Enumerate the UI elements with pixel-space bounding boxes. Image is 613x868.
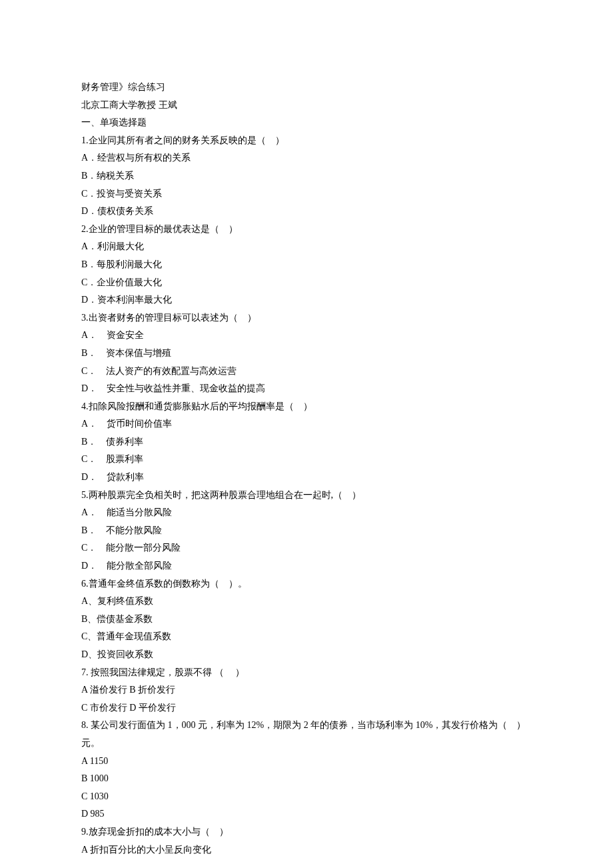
question-option: D． 能分散全部风险 [81,557,532,575]
question-option: A 溢价发行 B 折价发行 [81,681,532,699]
question-option: C．企业价值最大化 [81,274,532,292]
question-option: C、普通年金现值系数 [81,628,532,646]
question-option: C 1030 [81,788,532,806]
question-option: C． 法人资产的有效配置与高效运营 [81,363,532,381]
question-option: C．投资与受资关系 [81,185,532,203]
question-stem: 9.放弃现金折扣的成本大小与（ ） [81,823,532,841]
question-option: A 折扣百分比的大小呈反向变化 [81,841,532,859]
question-option: A、复利终值系数 [81,593,532,611]
question-option: B． 资本保值与增殖 [81,345,532,363]
question-option: A 1150 [81,753,532,771]
question-option: A．经营权与所有权的关系 [81,149,532,167]
question-option: D．资本利润率最大化 [81,291,532,309]
question-option: D． 安全性与收益性并重、现金收益的提高 [81,380,532,398]
doc-subtitle: 北京工商大学教授 王斌 [81,97,532,115]
question-option: A． 资金安全 [81,327,532,345]
question-option: B．每股利润最大化 [81,256,532,274]
question-stem: 5.两种股票完全负相关时，把这两种股票合理地组合在一起时,（ ） [81,487,532,505]
question-option: D． 贷款利率 [81,469,532,487]
question-option: B． 债券利率 [81,433,532,451]
question-stem: 7. 按照我国法律规定，股票不得 （ ） [81,664,532,682]
question-option: D、投资回收系数 [81,646,532,664]
question-option: C 市价发行 D 平价发行 [81,699,532,717]
question-option: C． 能分散一部分风险 [81,539,532,557]
question-stem: 3.出资者财务的管理目标可以表述为（ ） [81,309,532,327]
question-stem: 1.企业同其所有者之间的财务关系反映的是（ ） [81,132,532,150]
question-option: A． 货币时间价值率 [81,415,532,433]
question-option: D 985 [81,805,532,823]
question-option: D．债权债务关系 [81,203,532,221]
doc-title: 财务管理》综合练习 [81,79,532,97]
question-stem: 6.普通年金终值系数的倒数称为（ ）。 [81,575,532,593]
question-option: B、偿债基金系数 [81,611,532,629]
question-option: A． 能适当分散风险 [81,504,532,522]
question-option: C． 股票利率 [81,451,532,469]
question-option: B． 不能分散风险 [81,522,532,540]
question-option: B．纳税关系 [81,167,532,185]
question-option: A．利润最大化 [81,238,532,256]
question-stem: 8. 某公司发行面值为 1，000 元，利率为 12%，期限为 2 年的债券，当… [81,717,532,752]
question-stem: 2.企业的管理目标的最优表达是（ ） [81,221,532,239]
question-option: B 1000 [81,770,532,788]
section-heading: 一、单项选择题 [81,114,532,132]
question-stem: 4.扣除风险报酬和通货膨胀贴水后的平均报酬率是（ ） [81,398,532,416]
